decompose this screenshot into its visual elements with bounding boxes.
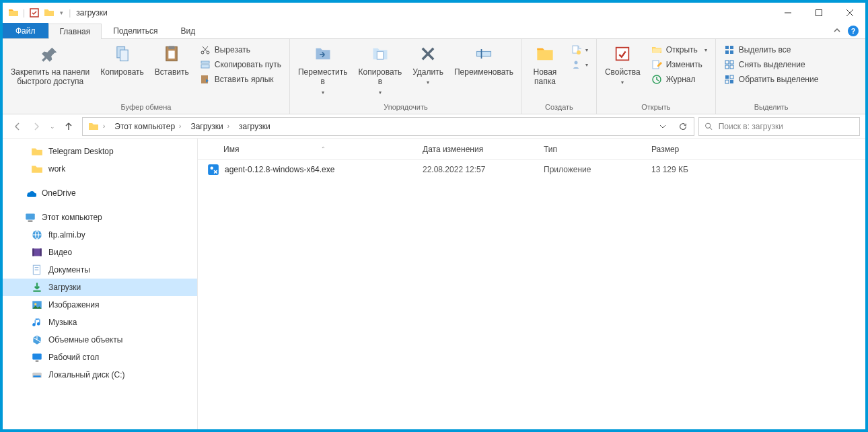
select-none-button[interactable]: Снять выделение	[720, 58, 823, 71]
crumb-thispc[interactable]: Этот компьютер›	[110, 118, 185, 135]
svg-rect-38	[26, 213, 35, 219]
maximize-button[interactable]	[803, 3, 834, 23]
onedrive-icon	[24, 187, 36, 199]
crumb-current[interactable]: загрузки	[235, 118, 275, 135]
delete-button[interactable]: Удалить ▾	[408, 40, 447, 89]
properties-qa-icon[interactable]	[29, 7, 40, 18]
sort-indicator-icon: ⌃	[243, 146, 403, 152]
svg-rect-29	[730, 61, 733, 64]
sidebar-onedrive[interactable]: OneDrive	[3, 184, 197, 202]
easy-access-button[interactable]: ▾	[567, 58, 592, 71]
network-icon	[31, 229, 43, 241]
svg-rect-13	[201, 65, 209, 68]
sidebar-thispc-item-2[interactable]: Документы	[3, 261, 197, 279]
back-button[interactable]	[12, 121, 23, 132]
svg-rect-8	[169, 46, 175, 49]
file-list[interactable]: agent-0.12.8-windows-x64.exe22.08.2022 1…	[198, 160, 865, 429]
navbar: ⌄ › Этот компьютер› Загрузки› загрузки	[3, 114, 865, 139]
crumb-root[interactable]: ›	[84, 118, 109, 135]
sidebar-quick-0[interactable]: Telegram Desktop	[3, 143, 197, 160]
column-name[interactable]: Имя ⌃	[198, 139, 413, 159]
tab-home[interactable]: Главная	[48, 24, 102, 39]
new-item-button[interactable]: ▾	[567, 43, 592, 57]
forward-button[interactable]	[31, 121, 42, 132]
svg-rect-24	[725, 46, 729, 49]
select-all-button[interactable]: Выделить все	[720, 43, 823, 57]
svg-rect-25	[730, 46, 733, 49]
paste-shortcut-button[interactable]: Вставить ярлык	[196, 73, 285, 86]
column-modified[interactable]: Дата изменения	[413, 139, 534, 159]
sidebar-quick-1[interactable]: work	[3, 160, 197, 178]
column-size[interactable]: Размер	[642, 139, 723, 159]
sidebar-thispc[interactable]: Этот компьютер	[3, 209, 197, 226]
search-box[interactable]	[698, 117, 860, 136]
rename-button[interactable]: Переименовать	[450, 40, 517, 79]
ribbon: Закрепить на панели быстрого доступа Коп…	[3, 39, 865, 114]
disk-icon	[31, 369, 43, 381]
svg-rect-2	[816, 10, 822, 16]
copy-path-button[interactable]: Скопировать путь	[196, 58, 285, 71]
collapse-ribbon-button[interactable]	[833, 27, 841, 35]
svg-line-37	[710, 127, 712, 129]
sidebar-thispc-item-0[interactable]: ftp.almi.by	[3, 226, 197, 244]
edit-button[interactable]: Изменить	[647, 58, 711, 71]
address-bar[interactable]: › Этот компьютер› Загрузки› загрузки	[82, 117, 694, 136]
sidebar-resize-handle[interactable]	[193, 139, 197, 429]
minimize-button[interactable]	[772, 3, 803, 23]
history-icon	[651, 74, 662, 85]
tab-view[interactable]: Вид	[169, 23, 207, 38]
invert-selection-button[interactable]: Обратить выделение	[720, 73, 823, 86]
paste-button[interactable]: Вставить	[151, 40, 193, 79]
file-pane: Имя ⌃ Дата изменения Тип Размер agent-0.…	[198, 139, 865, 429]
sidebar-thispc-item-7[interactable]: Рабочий стол	[3, 349, 197, 366]
svg-point-48	[34, 303, 36, 305]
address-dropdown-button[interactable]	[653, 118, 672, 135]
svg-rect-6	[120, 50, 128, 61]
cut-icon	[200, 44, 211, 55]
svg-point-20	[574, 61, 577, 65]
help-icon[interactable]: ?	[848, 26, 859, 36]
svg-rect-52	[33, 375, 40, 377]
sidebar-thispc-item-1[interactable]: Видео	[3, 244, 197, 261]
pin-quick-access-button[interactable]: Закрепить на панели быстрого доступа	[7, 40, 94, 89]
explorer-window: | ▾ | загрузки Файл Главная Поделиться В…	[3, 3, 865, 429]
move-to-button[interactable]: Переместить в ▾	[294, 40, 352, 98]
svg-rect-35	[730, 80, 733, 83]
new-folder-button[interactable]: Новая папка	[526, 40, 564, 89]
up-button[interactable]	[63, 121, 74, 132]
qa-dropdown-icon[interactable]: ▾	[59, 9, 65, 16]
column-type[interactable]: Тип	[534, 139, 642, 159]
clipboard-group-label: Буфер обмена	[7, 102, 285, 114]
open-button[interactable]: Открыть ▾	[647, 43, 711, 57]
cut-button[interactable]: Вырезать	[196, 43, 285, 57]
refresh-button[interactable]	[674, 118, 692, 135]
file-row[interactable]: agent-0.12.8-windows-x64.exe22.08.2022 1…	[198, 160, 865, 179]
sidebar-thispc-item-4[interactable]: Изображения	[3, 296, 197, 314]
copy-button[interactable]: Копировать	[96, 40, 148, 79]
edit-icon	[651, 59, 662, 70]
search-icon	[704, 122, 713, 131]
search-input[interactable]	[719, 122, 854, 131]
sidebar-thispc-item-3[interactable]: Загрузки	[3, 279, 197, 296]
svg-rect-30	[725, 65, 729, 69]
tab-share[interactable]: Поделиться	[102, 23, 169, 38]
sidebar-thispc-item-8[interactable]: Локальный диск (C:)	[3, 366, 197, 384]
crumb-downloads[interactable]: Загрузки›	[186, 118, 233, 135]
sidebar-thispc-item-6[interactable]: Объемные объекты	[3, 331, 197, 349]
quick-access-toolbar: | ▾ |	[3, 7, 71, 18]
tab-file[interactable]: Файл	[3, 23, 48, 38]
close-button[interactable]	[834, 3, 865, 23]
chevron-down-icon: ▾	[379, 89, 382, 96]
sidebar-thispc-item-5[interactable]: Музыка	[3, 314, 197, 331]
svg-rect-26	[725, 50, 729, 54]
desktop-icon	[31, 351, 43, 363]
properties-button[interactable]: Свойства ▾	[601, 40, 645, 89]
chevron-down-icon: ▾	[621, 79, 624, 86]
recent-dropdown-button[interactable]: ⌄	[50, 123, 55, 130]
folder-qa-icon[interactable]	[44, 7, 55, 18]
svg-rect-31	[730, 65, 733, 69]
copy-to-button[interactable]: Копировать в ▾	[355, 40, 406, 98]
svg-rect-27	[730, 50, 733, 54]
history-button[interactable]: Журнал	[647, 73, 711, 86]
move-to-icon	[312, 43, 334, 65]
